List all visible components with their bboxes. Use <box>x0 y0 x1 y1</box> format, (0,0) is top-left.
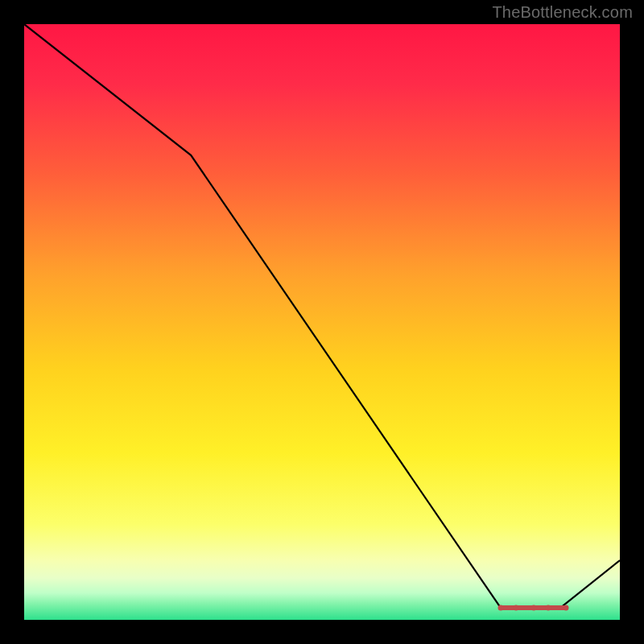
optimal-range-dot <box>564 605 569 611</box>
optimal-range-dot <box>530 605 536 611</box>
plot-area <box>24 24 620 620</box>
curve-path <box>24 24 620 608</box>
optimal-range-dot <box>513 605 518 611</box>
optimal-range-dot <box>498 605 504 611</box>
optimal-range-dot <box>546 605 551 611</box>
bottleneck-curve <box>24 24 620 620</box>
watermark-text: TheBottleneck.com <box>492 3 633 22</box>
chart-frame: TheBottleneck.com <box>0 0 644 644</box>
